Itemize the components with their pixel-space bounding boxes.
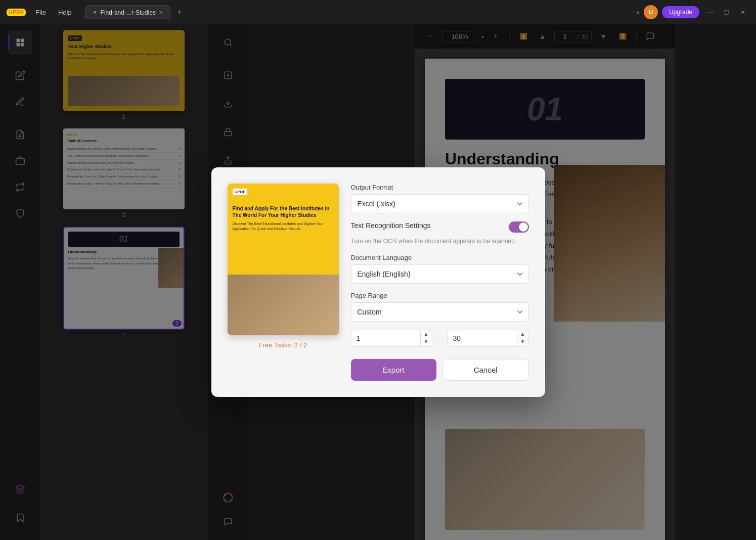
output-format-select[interactable]: Excel (.xlsx) Word (.docx) PowerPoint (.… [351, 194, 529, 213]
modal-buttons: Export Cancel [351, 359, 529, 381]
upgrade-label: Upgrade [669, 9, 692, 16]
ocr-hint-text: Turn on the OCR when the document appear… [351, 237, 529, 246]
tab-dropdown-icon[interactable]: ∨ [636, 10, 640, 15]
range-start-up[interactable]: ▲ [421, 330, 432, 338]
modal-overlay: UPDF ··· Find and Apply For the Best Ins… [0, 24, 756, 540]
titlebar: UPDF File Help ▼ Find-and-...r-Studies ×… [0, 0, 756, 24]
range-dash: — [436, 334, 443, 342]
range-end-spinners: ▲ ▼ [517, 330, 528, 346]
text-recognition-label: Text Recognition Settings [351, 221, 431, 230]
ocr-toggle[interactable] [509, 221, 529, 233]
range-end-box: ▲ ▼ [448, 330, 529, 347]
page-range-select[interactable]: Custom All Pages Current Page Odd Pages … [351, 302, 529, 322]
tab-title: Find-and-...r-Studies [101, 9, 156, 16]
export-modal: UPDF ··· Find and Apply For the Best Ins… [211, 167, 545, 397]
range-start-down[interactable]: ▼ [421, 338, 432, 345]
page-range-inputs: ▲ ▼ — ▲ ▼ [351, 330, 529, 347]
document-language-select[interactable]: English (English) Chinese (Simplified) F… [351, 264, 529, 284]
close-button[interactable]: × [736, 5, 750, 19]
cancel-button[interactable]: Cancel [442, 359, 529, 381]
modal-preview-section: UPDF ··· Find and Apply For the Best Ins… [228, 184, 339, 381]
tab-arrow-icon: ▼ [93, 10, 98, 15]
preview-book-title: Find and Apply For the Best Institutes I… [233, 205, 334, 218]
range-start-box: ▲ ▼ [351, 330, 432, 347]
range-end-down[interactable]: ▼ [517, 338, 528, 345]
maximize-button[interactable]: □ [720, 5, 734, 19]
preview-logo: UPDF [233, 189, 248, 195]
new-tab-button[interactable]: + [173, 6, 186, 18]
minimize-button[interactable]: — [703, 5, 718, 19]
user-avatar[interactable]: U [644, 5, 658, 19]
logo-text: UPDF [7, 9, 26, 16]
menu-help[interactable]: Help [53, 7, 77, 18]
preview-subtitle: Discover The Best Educational Institutes… [233, 221, 334, 232]
free-tasks-label: Free Tasks: 2 / 2 [228, 341, 339, 349]
text-recognition-section: Text Recognition Settings [351, 221, 529, 233]
preview-image [228, 275, 339, 335]
upgrade-button[interactable]: Upgrade [662, 6, 699, 18]
range-start-spinners: ▲ ▼ [420, 330, 432, 346]
document-language-label: Document Language [351, 254, 529, 261]
window-controls: — □ × [703, 5, 750, 19]
range-end-up[interactable]: ▲ [517, 330, 528, 338]
preview-thumbnail: UPDF ··· Find and Apply For the Best Ins… [228, 184, 339, 335]
output-format-label: Output Format [351, 184, 529, 191]
menu-bar: File Help [30, 7, 77, 18]
range-end-input[interactable] [448, 330, 517, 346]
app-logo: UPDF [6, 2, 26, 22]
menu-file[interactable]: File [30, 7, 51, 18]
page-range-label: Page Range [351, 292, 529, 299]
range-start-input[interactable] [351, 330, 420, 346]
modal-form: Output Format Excel (.xlsx) Word (.docx)… [351, 184, 529, 381]
tab-close-icon[interactable]: × [159, 9, 163, 16]
preview-header: UPDF ··· Find and Apply For the Best Ins… [228, 184, 339, 275]
export-button[interactable]: Export [351, 359, 436, 381]
tab-bar: ▼ Find-and-...r-Studies × + [85, 5, 628, 19]
active-tab[interactable]: ▼ Find-and-...r-Studies × [85, 5, 170, 19]
titlebar-right: U Upgrade — □ × [644, 5, 750, 19]
